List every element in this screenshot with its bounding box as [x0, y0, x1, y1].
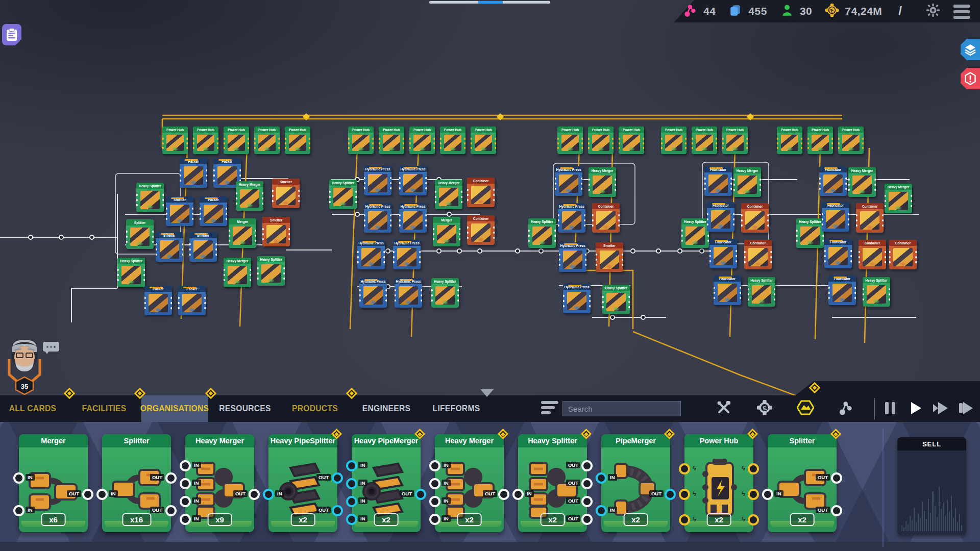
- hand-card-heavy-pipemerger[interactable]: Heavy PipeMergerININININOUTx2: [352, 434, 421, 532]
- gem-button[interactable]: [795, 398, 816, 419]
- tools-button[interactable]: [714, 398, 734, 419]
- board-card-heavy-merger[interactable]: Heavy Merger: [589, 167, 616, 197]
- output-port[interactable]: [748, 514, 759, 525]
- board-card-fabricator[interactable]: Fabricator: [714, 276, 741, 305]
- graph-button[interactable]: [836, 398, 856, 419]
- input-port[interactable]: [346, 496, 357, 507]
- board-card-container[interactable]: Container: [592, 203, 620, 233]
- board-card-smelter[interactable]: Smelter: [262, 217, 290, 246]
- board-card-heavy-splitter[interactable]: Heavy Splitter: [863, 277, 890, 307]
- max-speed-button[interactable]: [957, 400, 975, 418]
- board-card-fabricator[interactable]: Fabricator: [822, 202, 849, 232]
- board-card-container[interactable]: Container: [467, 215, 495, 245]
- board-card-hydraulic-press[interactable]: Hydraulic Press: [393, 240, 421, 269]
- board-card-hydraulic-press[interactable]: Hydraulic Press: [558, 203, 585, 233]
- board-card-merger[interactable]: Merger: [229, 218, 256, 248]
- board-card-packer[interactable]: Packer: [144, 286, 172, 315]
- input-port[interactable]: [429, 496, 440, 507]
- pause-button[interactable]: [881, 400, 899, 418]
- board-card-smelter[interactable]: Smelter: [156, 232, 183, 262]
- hand-card-power-hub[interactable]: Power Hubϟϟϟϟϟϟx2: [684, 434, 753, 532]
- output-port[interactable]: [332, 472, 343, 484]
- board-card-container[interactable]: Container: [744, 240, 772, 269]
- hand-card-heavy-pipesplitter[interactable]: Heavy PipeSplitterINOUTOUTx2: [268, 434, 337, 532]
- board-card-power-hub[interactable]: Power Hub: [722, 127, 748, 154]
- board-card-heavy-splitter[interactable]: Heavy Splitter: [748, 277, 775, 307]
- input-port[interactable]: [13, 472, 24, 484]
- board-card-merger[interactable]: Merger: [433, 217, 460, 246]
- board-card-packer[interactable]: Packer: [200, 196, 227, 226]
- board-card-hydraulic-press[interactable]: Hydraulic Press: [357, 240, 385, 269]
- board-card-power-hub[interactable]: Power Hub: [409, 127, 435, 154]
- board-card-power-hub[interactable]: Power Hub: [224, 127, 249, 154]
- output-port[interactable]: [498, 489, 509, 500]
- board-card-heavy-splitter[interactable]: Heavy Splitter: [431, 278, 459, 308]
- board-card-fabricator[interactable]: Fabricator: [709, 239, 737, 268]
- output-port[interactable]: [748, 463, 759, 474]
- board-card-hydraulic-press[interactable]: Hydraulic Press: [563, 284, 591, 313]
- fast-forward-button[interactable]: [931, 400, 949, 418]
- board-card-power-hub[interactable]: Power Hub: [692, 127, 717, 154]
- board-card-power-hub[interactable]: Power Hub: [588, 127, 614, 154]
- collapse-panel-arrow[interactable]: [480, 389, 494, 397]
- quest-log-button[interactable]: [2, 24, 21, 45]
- board-card-heavy-splitter[interactable]: Heavy Splitter: [257, 256, 285, 286]
- input-port[interactable]: [429, 478, 440, 489]
- input-port[interactable]: [180, 478, 191, 489]
- board-card-container[interactable]: Container: [859, 240, 886, 269]
- board-card-power-hub[interactable]: Power Hub: [471, 127, 496, 154]
- settings-button[interactable]: [926, 4, 943, 20]
- hand-card-pipemerger[interactable]: PipeMergerININOUTx2: [601, 434, 670, 532]
- board-card-packer[interactable]: Packer: [178, 286, 206, 315]
- board-card-power-hub[interactable]: Power Hub: [777, 127, 802, 154]
- input-port[interactable]: [180, 496, 191, 507]
- input-port[interactable]: [762, 489, 773, 500]
- board-card-power-hub[interactable]: Power Hub: [557, 127, 583, 154]
- board-card-heavy-merger[interactable]: Heavy Merger: [236, 181, 263, 211]
- board-card-fabricator[interactable]: Fabricator: [704, 166, 732, 196]
- hand-card-splitter[interactable]: SplitterINOUTOUTx16: [102, 434, 171, 532]
- board-card-power-hub[interactable]: Power Hub: [254, 127, 280, 154]
- output-port[interactable]: [831, 505, 842, 516]
- board-card-hydraulic-press[interactable]: Hydraulic Press: [364, 166, 391, 195]
- output-port[interactable]: [415, 489, 426, 500]
- play-button[interactable]: [906, 400, 925, 418]
- board-card-power-hub[interactable]: Power Hub: [619, 127, 644, 154]
- menu-button[interactable]: [953, 5, 970, 19]
- board-card-heavy-splitter[interactable]: Heavy Splitter: [136, 183, 164, 212]
- output-port[interactable]: [165, 505, 177, 516]
- board-card-hydraulic-press[interactable]: Hydraulic Press: [395, 278, 422, 308]
- input-port[interactable]: [679, 489, 690, 500]
- output-port[interactable]: [665, 489, 676, 500]
- input-port[interactable]: [429, 514, 440, 525]
- sell-panel[interactable]: SELL: [897, 437, 966, 535]
- board-card-heavy-splitter[interactable]: Heavy Splitter: [681, 218, 709, 248]
- output-port[interactable]: [165, 472, 177, 484]
- board-card-smelter[interactable]: Smelter: [272, 179, 300, 208]
- board-card-hydraulic-press[interactable]: Hydraulic Press: [359, 278, 387, 308]
- board-card-hydraulic-press[interactable]: Hydraulic Press: [364, 203, 391, 233]
- hand-card-merger[interactable]: MergerININOUTx6: [19, 434, 88, 532]
- board-card-heavy-merger[interactable]: Heavy Merger: [885, 184, 912, 213]
- board-card-power-hub[interactable]: Power Hub: [440, 127, 465, 154]
- output-port[interactable]: [581, 478, 593, 489]
- filter-button[interactable]: [541, 401, 558, 416]
- output-port[interactable]: [581, 460, 593, 471]
- board-card-heavy-splitter[interactable]: Heavy Splitter: [329, 180, 357, 209]
- board-card-fabricator[interactable]: Fabricator: [828, 276, 856, 305]
- board-card-smelter[interactable]: Smelter: [596, 242, 623, 272]
- input-port[interactable]: [596, 472, 607, 484]
- board-card-heavy-merger[interactable]: Heavy Merger: [848, 167, 876, 197]
- chat-bubble-icon[interactable]: [43, 342, 59, 352]
- input-port[interactable]: [346, 514, 357, 525]
- hand-card-heavy-splitter[interactable]: Heavy SplitterINOUTOUTOUTOUTx2: [518, 434, 587, 532]
- board-card-container[interactable]: Container: [467, 178, 495, 207]
- board-card-heavy-merger[interactable]: Heavy Merger: [224, 258, 251, 287]
- board-card-heavy-splitter[interactable]: Heavy Splitter: [602, 285, 630, 314]
- input-port[interactable]: [512, 489, 524, 500]
- board-card-power-hub[interactable]: Power Hub: [348, 127, 374, 154]
- input-port[interactable]: [429, 460, 440, 471]
- board-card-hydraulic-press[interactable]: Hydraulic Press: [559, 242, 586, 272]
- board-card-power-hub[interactable]: Power Hub: [807, 127, 833, 154]
- output-port[interactable]: [82, 489, 93, 500]
